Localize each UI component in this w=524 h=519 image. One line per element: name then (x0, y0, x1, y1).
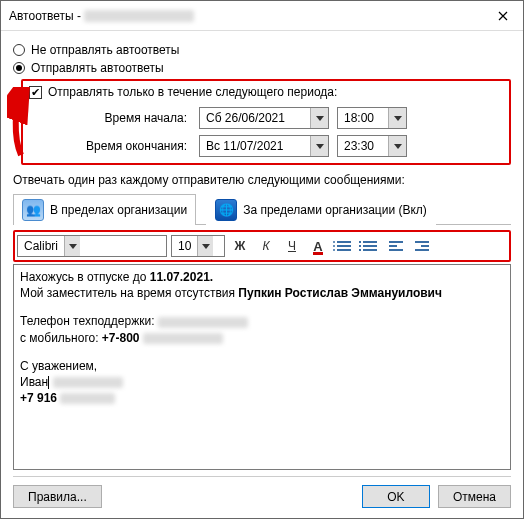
end-date-value: Вс 11/07/2021 (200, 139, 310, 153)
text-cursor (48, 376, 49, 389)
blurred-text (60, 393, 115, 404)
end-time-value: 23:30 (338, 139, 388, 153)
titlebar: Автоответы - (1, 1, 523, 31)
tab-inside-org[interactable]: В пределах организации (13, 194, 196, 225)
reply-each-label: Отвечать один раз каждому отправителю сл… (13, 173, 511, 187)
window-title: Автоответы - (9, 9, 483, 23)
chevron-down-icon (388, 108, 406, 128)
start-time-value: 18:00 (338, 111, 388, 125)
tab-outside-label: За пределами организации (Вкл) (243, 203, 427, 217)
chevron-down-icon (310, 136, 328, 156)
tab-outside-org[interactable]: За пределами организации (Вкл) (206, 194, 436, 225)
radio-no-send-label: Не отправлять автоответы (31, 43, 179, 57)
tab-inside-label: В пределах организации (50, 203, 187, 217)
ok-button[interactable]: OK (362, 485, 430, 508)
format-toolbar: Calibri 10 Ж К Ч А (17, 234, 507, 258)
msg-line: С уважением, (20, 358, 504, 374)
radio-send[interactable]: Отправлять автоответы (13, 61, 511, 75)
start-time-label: Время начала: (83, 111, 191, 125)
bullet-list-button[interactable] (333, 235, 355, 257)
msg-line: Телефон техподдержки: (20, 313, 504, 329)
dialog-footer: Правила... OK Отмена (13, 476, 511, 508)
bold-button[interactable]: Ж (229, 235, 251, 257)
italic-button[interactable]: К (255, 235, 277, 257)
font-size-combo[interactable]: 10 (171, 235, 225, 257)
autoresponder-dialog: Автоответы - Не отправлять автоответы От… (0, 0, 524, 519)
radio-send-label: Отправлять автоответы (31, 61, 164, 75)
outdent-button[interactable] (385, 235, 407, 257)
format-highlight-box: Calibri 10 Ж К Ч А (13, 230, 511, 262)
blurred-text (158, 317, 248, 328)
title-prefix: Автоответы - (9, 9, 84, 23)
underline-button[interactable]: Ч (281, 235, 303, 257)
end-time-combo[interactable]: 23:30 (337, 135, 407, 157)
radio-no-send[interactable]: Не отправлять автоответы (13, 43, 511, 57)
msg-line: с мобильного: +7-800 (20, 330, 504, 346)
radio-icon (13, 62, 25, 74)
number-list-button[interactable] (359, 235, 381, 257)
msg-line: Нахожусь в отпуске до 11.07.2021. (20, 269, 504, 285)
start-date-value: Сб 26/06/2021 (200, 111, 310, 125)
cancel-button[interactable]: Отмена (438, 485, 511, 508)
font-size-value: 10 (172, 239, 197, 253)
close-button[interactable] (483, 1, 523, 31)
msg-line: Мой заместитель на время отсутствия Пупк… (20, 285, 504, 301)
font-family-combo[interactable]: Calibri (17, 235, 167, 257)
message-editor[interactable]: Нахожусь в отпуске до 11.07.2021. Мой за… (13, 264, 511, 470)
font-color-button[interactable]: А (307, 235, 329, 257)
annotation-arrow (7, 87, 35, 159)
chevron-down-icon (388, 136, 406, 156)
font-family-value: Calibri (18, 239, 64, 253)
end-time-label: Время окончания: (83, 139, 191, 153)
indent-button[interactable] (411, 235, 433, 257)
msg-line: +7 916 (20, 390, 504, 406)
radio-icon (13, 44, 25, 56)
people-icon (22, 199, 44, 221)
end-date-combo[interactable]: Вс 11/07/2021 (199, 135, 329, 157)
chevron-down-icon (64, 236, 80, 256)
period-highlight-box: ✔ Отправлять только в течение следующего… (21, 79, 511, 165)
msg-blank (20, 346, 504, 358)
start-time-combo[interactable]: 18:00 (337, 107, 407, 129)
chevron-down-icon (310, 108, 328, 128)
period-checkbox-label: Отправлять только в течение следующего п… (48, 85, 337, 99)
title-account-blurred (84, 10, 194, 22)
blurred-text (53, 377, 123, 388)
time-grid: Время начала: Сб 26/06/2021 18:00 Время … (83, 107, 503, 157)
msg-blank (20, 301, 504, 313)
tabstrip: В пределах организации За пределами орга… (13, 193, 511, 225)
globe-icon (215, 199, 237, 221)
chevron-down-icon (197, 236, 213, 256)
dialog-body: Не отправлять автоответы Отправлять авто… (1, 31, 523, 470)
msg-line: Иван (20, 374, 504, 390)
start-date-combo[interactable]: Сб 26/06/2021 (199, 107, 329, 129)
blurred-text (143, 333, 223, 344)
period-checkbox-row[interactable]: ✔ Отправлять только в течение следующего… (29, 85, 337, 99)
rules-button[interactable]: Правила... (13, 485, 102, 508)
